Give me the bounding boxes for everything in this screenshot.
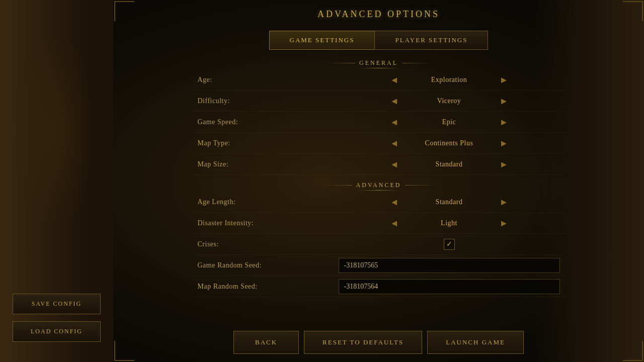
map-size-row: Map Size: ◄ Standard ► [193,154,565,175]
advanced-divider [359,190,399,191]
map-seed-row: Map Random Seed: [193,276,565,297]
settings-area: GENERAL Age: ◄ Exploration ► Difficulty:… [193,52,565,297]
map-seed-label: Map Random Seed: [193,283,334,291]
game-seed-input[interactable] [339,258,560,273]
game-speed-row: Game Speed: ◄ Epic ► [193,112,565,133]
tabs-container: GAME SETTINGS PLAYER SETTINGS [269,31,489,50]
game-speed-control: ◄ Epic ► [334,118,565,127]
page-title: ADVANCED OPTIONS [317,9,440,20]
difficulty-value: Viceroy [409,97,490,105]
game-seed-field [334,258,565,273]
map-type-control: ◄ Continents Plus ► [334,139,565,148]
game-speed-value: Epic [409,118,490,126]
difficulty-row: Difficulty: ◄ Viceroy ► [193,90,565,112]
map-seed-field [334,279,565,294]
game-seed-row: Game Random Seed: [193,255,565,276]
age-label: Age: [193,76,334,84]
map-size-arrow-left[interactable]: ◄ [390,160,399,169]
disaster-intensity-control: ◄ Light ► [334,219,565,228]
left-sidebar: SAVE CONFIG LOAD CONFIG [0,0,113,362]
game-seed-label: Game Random Seed: [193,261,334,269]
general-section-header: GENERAL [359,59,398,66]
disaster-intensity-label: Disaster Intensity: [193,219,334,227]
bottom-buttons: BACK RESET TO DEFAULTS LAUNCH GAME [113,331,644,354]
map-type-arrow-right[interactable]: ► [500,139,509,148]
age-length-label: Age Length: [193,198,334,206]
age-arrow-left[interactable]: ◄ [390,75,399,84]
age-length-row: Age Length: ◄ Standard ► [193,192,565,213]
back-button[interactable]: BACK [233,331,299,354]
age-length-arrow-right[interactable]: ► [500,198,509,207]
age-length-arrow-left[interactable]: ◄ [390,198,399,207]
difficulty-arrow-left[interactable]: ◄ [390,97,399,106]
crises-label: Crises: [193,240,334,248]
crises-row: Crises: ✓ [193,234,565,255]
map-size-control: ◄ Standard ► [334,160,565,169]
map-seed-input[interactable] [339,279,560,294]
map-size-label: Map Size: [193,160,334,168]
tab-game-settings[interactable]: GAME SETTINGS [269,31,375,50]
game-speed-arrow-left[interactable]: ◄ [390,118,399,127]
disaster-intensity-arrow-right[interactable]: ► [500,219,509,228]
map-type-arrow-left[interactable]: ◄ [390,139,399,148]
map-size-arrow-right[interactable]: ► [500,160,509,169]
main-panel: ADVANCED OPTIONS GAME SETTINGS PLAYER SE… [113,0,644,362]
difficulty-arrow-right[interactable]: ► [500,97,509,106]
crises-control: ✓ [334,239,565,250]
disaster-intensity-value: Light [409,219,490,227]
save-config-button[interactable]: SAVE CONFIG [13,294,101,314]
age-length-value: Standard [409,198,490,206]
map-type-row: Map Type: ◄ Continents Plus ► [193,133,565,154]
launch-button[interactable]: LAUNCH GAME [427,331,524,354]
difficulty-control: ◄ Viceroy ► [334,97,565,106]
map-type-label: Map Type: [193,139,334,147]
map-size-value: Standard [409,160,490,168]
age-control: ◄ Exploration ► [334,75,565,84]
age-arrow-right[interactable]: ► [500,75,509,84]
age-value: Exploration [409,76,490,84]
reset-button[interactable]: RESET TO DEFAULTS [304,331,422,354]
game-speed-label: Game Speed: [193,118,334,126]
age-row: Age: ◄ Exploration ► [193,69,565,90]
disaster-intensity-arrow-left[interactable]: ◄ [390,219,399,228]
general-divider [359,68,399,68]
map-type-value: Continents Plus [409,139,490,147]
tab-player-settings[interactable]: PLAYER SETTINGS [374,31,488,50]
game-speed-arrow-right[interactable]: ► [500,118,509,127]
advanced-section-header: ADVANCED [356,182,401,189]
age-length-control: ◄ Standard ► [334,198,565,207]
crises-checkmark: ✓ [446,240,452,248]
difficulty-label: Difficulty: [193,97,334,105]
corner-tr [623,1,643,21]
load-config-button[interactable]: LOAD CONFIG [13,321,101,342]
crises-checkbox[interactable]: ✓ [444,239,455,250]
corner-tl [114,1,134,21]
disaster-intensity-row: Disaster Intensity: ◄ Light ► [193,213,565,234]
